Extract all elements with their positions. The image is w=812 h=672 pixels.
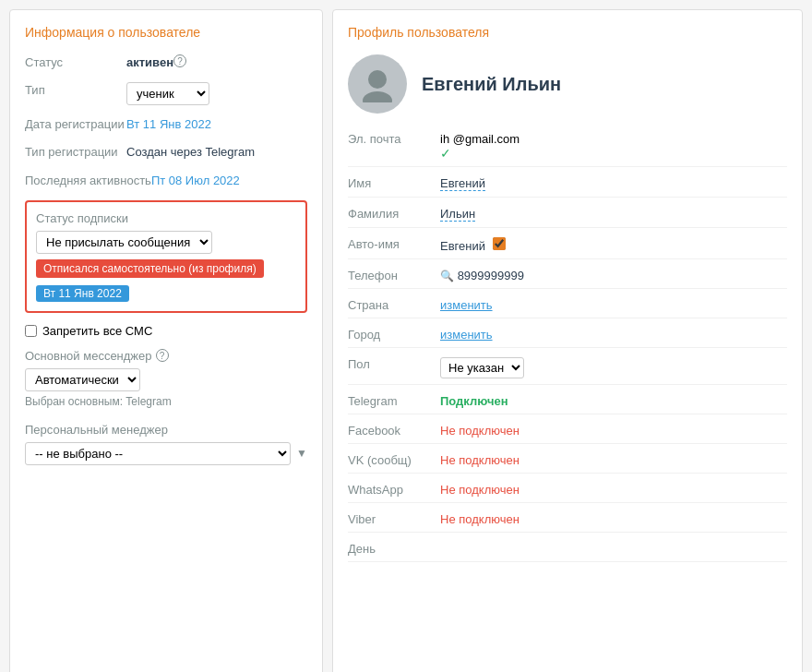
svg-point-1 (363, 91, 392, 102)
avatar (348, 54, 407, 114)
gender-select[interactable]: Не указан Мужской Женский (440, 357, 524, 378)
reg-type-value: Создан через Telegram (126, 144, 255, 161)
messenger-select[interactable]: Автоматически Telegram WhatsApp Viber (25, 368, 140, 391)
whatsapp-value: Не подключен (440, 483, 519, 497)
email-content: ih @gmail.com ✓ (440, 132, 519, 161)
messenger-label: Основной мессенджер (25, 349, 152, 363)
auto-name-label: Авто-имя (348, 237, 440, 251)
phone-value: 🔍 8999999999 (440, 269, 524, 282)
status-help-icon[interactable]: ? (173, 54, 186, 67)
profile-header: Евгений Ильин (348, 54, 787, 114)
reg-type-label: Тип регистрации (25, 144, 126, 161)
first-name-value[interactable]: Евгений (440, 176, 485, 191)
birthday-label: День (348, 542, 440, 556)
type-row: Тип ученик учитель родитель (25, 82, 307, 105)
vk-label: VK (сообщ) (348, 453, 440, 467)
messenger-select-wrapper: Автоматически Telegram WhatsApp Viber (25, 368, 307, 391)
facebook-row: Facebook Не подключен (348, 424, 787, 444)
email-row: Эл. почта ih @gmail.com ✓ (348, 132, 787, 167)
reg-type-row: Тип регистрации Создан через Telegram (25, 144, 307, 161)
telegram-row: Telegram Подключен (348, 394, 787, 414)
auto-name-row: Авто-имя Евгений (348, 237, 787, 259)
status-label: Статус (25, 54, 126, 71)
right-panel: Профиль пользователя Евгений Ильин Эл. п… (332, 9, 803, 672)
gender-label: Пол (348, 357, 440, 371)
type-label: Тип (25, 82, 126, 99)
phone-label: Телефон (348, 269, 440, 282)
city-value[interactable]: изменить (440, 328, 493, 342)
auto-name-value: Евгений (440, 237, 506, 253)
messenger-note: Выбран основным: Telegram (25, 395, 307, 408)
status-row: Статус активен ? (25, 54, 307, 71)
subscription-box: Статус подписки Не присылать сообщения А… (25, 200, 307, 313)
whatsapp-row: WhatsApp Не подключен (348, 483, 787, 503)
email-verified-icon: ✓ (440, 146, 519, 161)
right-panel-title: Профиль пользователя (348, 25, 787, 40)
last-activity-row: Последняя активность Пт 08 Июл 2022 (25, 173, 307, 189)
left-panel: Информация о пользователе Статус активен… (9, 9, 323, 672)
messenger-section: Основной мессенджер ? (25, 349, 307, 363)
facebook-label: Facebook (348, 424, 440, 438)
subscription-select-row: Не присылать сообщения Активная Отписан (36, 231, 296, 254)
manager-select[interactable]: -- не выбрано -- (25, 442, 291, 465)
birthday-row: День (348, 542, 787, 562)
country-row: Страна изменить (348, 298, 787, 318)
avatar-icon (359, 66, 396, 102)
city-label: Город (348, 328, 440, 342)
first-name-row: Имя Евгений (348, 176, 787, 198)
last-activity-label: Последняя активность (25, 173, 151, 189)
subscription-label: Статус подписки (36, 211, 296, 225)
country-value[interactable]: изменить (440, 298, 493, 312)
auto-name-checkbox[interactable] (493, 237, 506, 250)
subscription-date-wrapper: Вт 11 Янв 2022 (36, 285, 296, 302)
sms-row: Запретить все СМС (25, 324, 307, 338)
svg-point-0 (368, 70, 387, 89)
vk-row: VK (сообщ) Не подключен (348, 453, 787, 474)
sms-checkbox[interactable] (25, 325, 37, 337)
unsubscribe-badge: Отписался самостоятельно (из профиля) (36, 259, 264, 278)
gender-row: Пол Не указан Мужской Женский (348, 357, 787, 385)
country-label: Страна (348, 298, 440, 312)
profile-name: Евгений Ильин (422, 74, 561, 95)
last-name-label: Фамилия (348, 207, 440, 221)
last-activity-value: Пт 08 Июл 2022 (151, 173, 240, 189)
type-select[interactable]: ученик учитель родитель (126, 82, 209, 105)
sms-label: Запретить все СМС (42, 324, 152, 338)
last-name-value[interactable]: Ильин (440, 207, 475, 222)
subscription-select[interactable]: Не присылать сообщения Активная Отписан (36, 231, 212, 254)
messenger-help-icon[interactable]: ? (156, 349, 169, 362)
viber-value: Не подключен (440, 512, 519, 526)
subscription-date-badge: Вт 11 Янв 2022 (36, 285, 129, 302)
manager-dropdown-icon: ▼ (296, 447, 307, 460)
last-name-row: Фамилия Ильин (348, 207, 787, 228)
phone-row: Телефон 🔍 8999999999 (348, 269, 787, 289)
manager-row: -- не выбрано -- ▼ (25, 442, 307, 465)
manager-label: Персональный менеджер (25, 423, 307, 437)
first-name-label: Имя (348, 176, 440, 190)
reg-date-row: Дата регистрации Вт 11 Янв 2022 (25, 116, 307, 133)
email-label: Эл. почта (348, 132, 440, 146)
email-value: ih @gmail.com (440, 132, 519, 146)
left-panel-title: Информация о пользователе (25, 25, 307, 40)
vk-value: Не подключен (440, 453, 519, 467)
phone-icon: 🔍 (440, 270, 454, 282)
whatsapp-label: WhatsApp (348, 483, 440, 497)
telegram-label: Telegram (348, 394, 440, 408)
status-value: активен (126, 54, 173, 71)
unsubscribe-badge-wrapper: Отписался самостоятельно (из профиля) (36, 259, 296, 282)
city-row: Город изменить (348, 328, 787, 348)
manager-section: Персональный менеджер -- не выбрано -- ▼ (25, 423, 307, 465)
reg-date-value: Вт 11 Янв 2022 (126, 116, 211, 133)
telegram-value: Подключен (440, 394, 508, 408)
viber-row: Viber Не подключен (348, 512, 787, 533)
facebook-value: Не подключен (440, 424, 519, 438)
viber-label: Viber (348, 512, 440, 526)
reg-date-label: Дата регистрации (25, 116, 126, 133)
